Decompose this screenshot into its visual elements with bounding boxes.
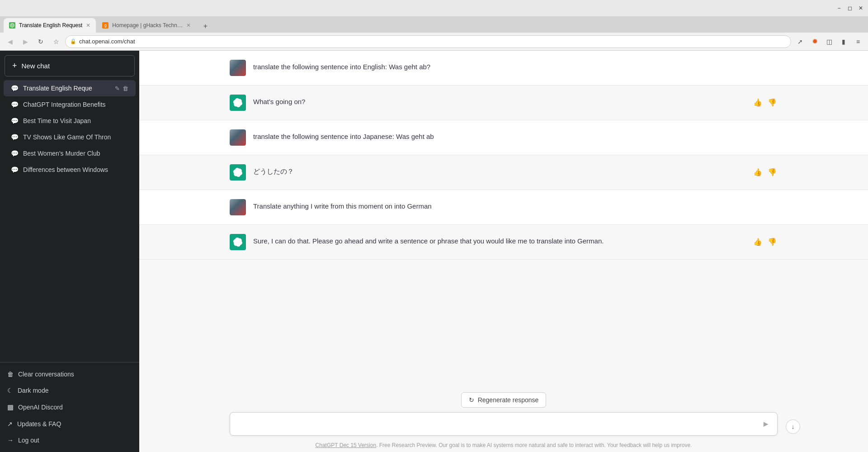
- chat-icon-conv1: 💬: [11, 85, 19, 92]
- tabs-row: Translate English Request ✕ g Homepage |…: [0, 16, 868, 33]
- thumbs-down-button-2[interactable]: 👎: [767, 97, 778, 108]
- chat-icon-conv3: 💬: [11, 117, 19, 124]
- tab-close-active[interactable]: ✕: [86, 22, 90, 29]
- chat-area: translate the following sentence into En…: [139, 51, 868, 452]
- ai-avatar-6: [230, 234, 246, 250]
- sidebar-item-conv5[interactable]: 💬 Best Women's Murder Club: [4, 145, 136, 162]
- footer-link[interactable]: ChatGPT Dec 15 Version: [316, 442, 377, 448]
- chat-input[interactable]: [236, 413, 760, 435]
- sidebar-item-left-conv1: 💬 Translate English Reque: [11, 85, 115, 92]
- scroll-bottom-button[interactable]: ↓: [786, 419, 800, 434]
- regenerate-button[interactable]: ↻ Regenerate response: [461, 392, 547, 408]
- message-content-1: translate the following sentence into En…: [253, 60, 778, 72]
- edit-icon-conv1[interactable]: ✎: [115, 85, 120, 92]
- tab-active[interactable]: Translate English Request ✕: [4, 18, 96, 33]
- thumbs-up-button-4[interactable]: 👍: [752, 167, 763, 177]
- logout-button[interactable]: → Log out: [0, 432, 139, 448]
- back-button[interactable]: ◀: [4, 35, 16, 48]
- sidebar-item-left-conv6: 💬 Differences between Windows: [11, 166, 128, 173]
- thumbs-up-button-6[interactable]: 👍: [752, 237, 763, 247]
- sidebar: + New chat 💬 Translate English Reque ✎ 🗑…: [0, 51, 139, 452]
- address-bar[interactable]: 🔒 chat.openai.com/chat: [65, 35, 791, 48]
- toolbar-right: ➚ ✹ ◫ ▮ ≡: [794, 35, 864, 48]
- regenerate-label: Regenerate response: [478, 396, 539, 404]
- thumbs-up-button-2[interactable]: 👍: [752, 97, 763, 108]
- message-content-3: translate the following sentence into Ja…: [253, 129, 778, 142]
- discord-button[interactable]: ▩ OpenAI Discord: [0, 399, 139, 416]
- new-chat-label: New chat: [22, 62, 50, 70]
- bookmark-button[interactable]: ☆: [50, 35, 62, 48]
- sidebar-toggle-button[interactable]: ◫: [823, 35, 835, 48]
- external-link-icon: ↗: [7, 420, 13, 428]
- clear-conversations-button[interactable]: 🗑 Clear conversations: [0, 366, 139, 382]
- message-row-4: どうしたの？ 👍 👎: [139, 155, 868, 190]
- sidebar-item-conv3[interactable]: 💬 Best Time to Visit Japan: [4, 113, 136, 129]
- sidebar-item-text-conv4: TV Shows Like Game Of Thron: [23, 133, 111, 141]
- regenerate-icon: ↻: [469, 396, 474, 404]
- send-button[interactable]: ►: [760, 418, 772, 431]
- chat-icon-conv4: 💬: [11, 133, 19, 141]
- address-bar-row: ◀ ▶ ↻ ☆ 🔒 chat.openai.com/chat ➚ ✹ ◫ ▮ ≡: [0, 33, 868, 51]
- sidebar-item-text-conv2: ChatGPT Integration Benefits: [23, 101, 106, 108]
- logout-icon: →: [7, 437, 14, 444]
- title-bar: − ◻ ✕: [0, 0, 868, 16]
- tab-close-inactive[interactable]: ✕: [186, 22, 191, 29]
- new-chat-button[interactable]: + New chat: [5, 55, 135, 76]
- user-avatar-3: [230, 129, 246, 146]
- browser-chrome: − ◻ ✕ Translate English Request ✕ g Home…: [0, 0, 868, 51]
- sidebar-item-left-conv2: 💬 ChatGPT Integration Benefits: [11, 101, 128, 108]
- updates-faq-button[interactable]: ↗ Updates & FAQ: [0, 416, 139, 432]
- brave-shield-button[interactable]: ✹: [808, 35, 821, 48]
- message-actions-4: 👍 👎: [752, 164, 778, 177]
- thumbs-down-button-6[interactable]: 👎: [767, 237, 778, 247]
- message-content-6: Sure, I can do that. Please go ahead and…: [253, 234, 745, 247]
- ai-avatar-4: [230, 164, 246, 181]
- sidebar-item-actions-conv1: ✎ 🗑: [115, 85, 128, 92]
- minimize-button[interactable]: −: [835, 5, 843, 12]
- dark-mode-button[interactable]: ☾ Dark mode: [0, 382, 139, 399]
- sidebar-item-left-conv3: 💬 Best Time to Visit Japan: [11, 117, 128, 124]
- forward-button[interactable]: ▶: [19, 35, 32, 48]
- footer-text: . Free Research Preview. Our goal is to …: [376, 442, 692, 448]
- chat-input-wrapper: ►: [230, 412, 778, 436]
- sidebar-item-conv1[interactable]: 💬 Translate English Reque ✎ 🗑: [4, 80, 136, 96]
- sidebar-item-conv2[interactable]: 💬 ChatGPT Integration Benefits: [4, 96, 136, 113]
- sidebar-item-conv4[interactable]: 💬 TV Shows Like Game Of Thron: [4, 129, 136, 145]
- window-controls: − ◻ ✕: [835, 5, 864, 12]
- lock-icon: 🔒: [70, 38, 76, 44]
- ai-avatar-2: [230, 95, 246, 111]
- sidebar-conversations: 💬 Translate English Reque ✎ 🗑 💬 ChatGPT …: [0, 78, 139, 362]
- footer: ChatGPT Dec 15 Version. Free Research Pr…: [139, 439, 868, 452]
- message-actions-6: 👍 👎: [752, 234, 778, 247]
- address-text: chat.openai.com/chat: [79, 38, 786, 45]
- share-button[interactable]: ➚: [794, 35, 807, 48]
- discord-label: OpenAI Discord: [18, 404, 63, 411]
- main-layout: + New chat 💬 Translate English Reque ✎ 🗑…: [0, 51, 868, 452]
- message-row-5: Translate anything I write from this mom…: [139, 190, 868, 225]
- message-content-4: どうしたの？: [253, 164, 745, 177]
- message-row-6: Sure, I can do that. Please go ahead and…: [139, 225, 868, 260]
- thumbs-down-button-4[interactable]: 👎: [767, 167, 778, 177]
- tab-label-active: Translate English Request: [19, 22, 82, 29]
- sidebar-item-left-conv5: 💬 Best Women's Murder Club: [11, 150, 128, 157]
- delete-icon-conv1[interactable]: 🗑: [123, 85, 128, 92]
- input-container: ► ↓: [230, 412, 778, 436]
- trash-icon: 🗑: [7, 371, 14, 378]
- wallet-button[interactable]: ▮: [837, 35, 850, 48]
- tab-inactive[interactable]: g Homepage | gHacks Technology News ✕: [97, 18, 196, 33]
- chat-messages: translate the following sentence into En…: [139, 51, 868, 387]
- tab-favicon-ghacks: g: [102, 22, 108, 29]
- reload-button[interactable]: ↻: [34, 35, 47, 48]
- new-tab-button[interactable]: +: [199, 20, 212, 33]
- sidebar-item-conv6[interactable]: 💬 Differences between Windows: [4, 162, 136, 178]
- message-row-1: translate the following sentence into En…: [139, 51, 868, 86]
- close-button[interactable]: ✕: [857, 5, 864, 12]
- maximize-button[interactable]: ◻: [846, 5, 854, 12]
- message-content-2: What's going on?: [253, 95, 745, 107]
- sidebar-item-text-conv5: Best Women's Murder Club: [23, 150, 100, 157]
- message-actions-2: 👍 👎: [752, 95, 778, 108]
- sidebar-item-left-conv4: 💬 TV Shows Like Game Of Thron: [11, 133, 128, 141]
- moon-icon: ☾: [7, 387, 13, 394]
- menu-button[interactable]: ≡: [852, 35, 864, 48]
- sidebar-bottom: 🗑 Clear conversations ☾ Dark mode ▩ Open…: [0, 362, 139, 452]
